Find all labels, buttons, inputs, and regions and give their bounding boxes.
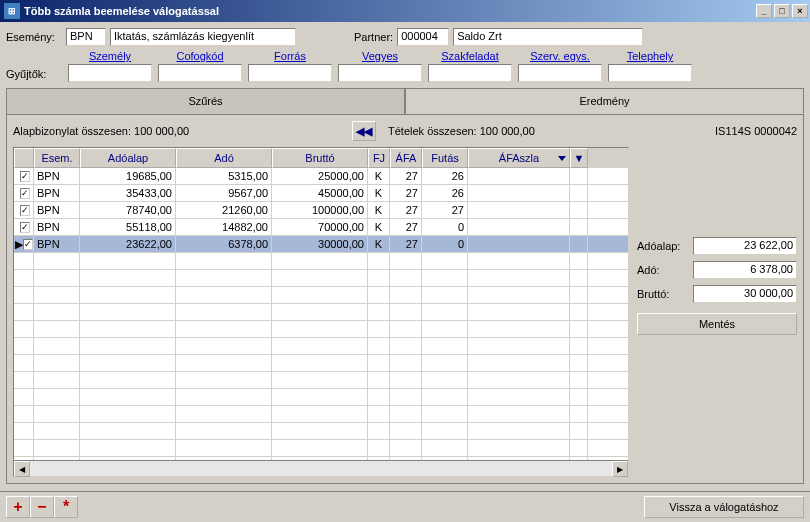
table-row[interactable] xyxy=(14,389,628,406)
table-row[interactable]: ✓BPN19685,005315,0025000,00K2726 xyxy=(14,168,628,185)
col-szemely[interactable]: Személy xyxy=(68,50,152,62)
scroll-right-button[interactable]: ▶ xyxy=(612,461,628,477)
input-forras[interactable] xyxy=(248,64,332,82)
cell-afa: 27 xyxy=(390,168,422,184)
esemeny-code-input[interactable]: BPN xyxy=(66,28,106,46)
th-fj[interactable]: FJ xyxy=(368,148,390,168)
table-row[interactable]: ✓BPN78740,0021260,00100000,00K2727 xyxy=(14,202,628,219)
cell-fj: K xyxy=(368,168,390,184)
scroll-left-button[interactable]: ◀ xyxy=(14,461,30,477)
table-row[interactable] xyxy=(14,338,628,355)
table-header-row: Esem. Adóalap Adó Bruttó FJ ÁFA Futás ÁF… xyxy=(14,148,628,168)
partner-code-input[interactable]: 000004 xyxy=(397,28,449,46)
table-row[interactable] xyxy=(14,270,628,287)
table-row[interactable] xyxy=(14,304,628,321)
table-row[interactable] xyxy=(14,457,628,460)
scroll-track[interactable] xyxy=(30,461,612,476)
th-afaszla[interactable]: ÁFAszla xyxy=(468,148,570,168)
table-row[interactable] xyxy=(14,321,628,338)
cell-esem: BPN xyxy=(34,168,80,184)
th-afa[interactable]: ÁFA xyxy=(390,148,422,168)
tetel-total-label: Tételek összesen: 100 000,00 xyxy=(388,125,715,137)
tab-szures[interactable]: Szűrés xyxy=(6,88,405,114)
cell-adoalap: 78740,00 xyxy=(80,202,176,218)
th-adoalap[interactable]: Adóalap xyxy=(80,148,176,168)
input-szervegys[interactable] xyxy=(518,64,602,82)
row-checkbox[interactable]: ✓ xyxy=(20,222,30,233)
partner-name-input[interactable]: Saldo Zrt xyxy=(453,28,643,46)
table-row[interactable] xyxy=(14,440,628,457)
esemeny-label: Esemény: xyxy=(6,31,62,43)
col-forras[interactable]: Forrás xyxy=(248,50,332,62)
col-telephely[interactable]: Telephely xyxy=(608,50,692,62)
th-checkbox[interactable] xyxy=(14,148,34,168)
cell-esem: BPN xyxy=(34,236,80,252)
row-checkbox[interactable]: ✓ xyxy=(23,239,33,250)
cell-afaszla xyxy=(468,236,570,252)
maximize-button[interactable]: □ xyxy=(774,4,790,18)
th-dropdown[interactable]: ▼ xyxy=(570,148,588,168)
input-vegyes[interactable] xyxy=(338,64,422,82)
save-button[interactable]: Mentés xyxy=(637,313,797,335)
th-futas[interactable]: Futás xyxy=(422,148,468,168)
th-esem[interactable]: Esem. xyxy=(34,148,80,168)
cell-futas: 26 xyxy=(422,168,468,184)
side-adoalap-input[interactable]: 23 622,00 xyxy=(693,237,797,255)
side-brutto-label: Bruttó: xyxy=(637,288,689,300)
cell-afa: 27 xyxy=(390,219,422,235)
cell-afaszla xyxy=(468,168,570,184)
cell-brutto: 30000,00 xyxy=(272,236,368,252)
side-brutto-input[interactable]: 30 000,00 xyxy=(693,285,797,303)
cell-afaszla xyxy=(468,219,570,235)
table-row[interactable] xyxy=(14,406,628,423)
th-brutto[interactable]: Bruttó xyxy=(272,148,368,168)
table-row[interactable]: ✓BPN35433,009567,0045000,00K2726 xyxy=(14,185,628,202)
table-row[interactable] xyxy=(14,253,628,270)
cell-ado: 9567,00 xyxy=(176,185,272,201)
side-adoalap-label: Adóalap: xyxy=(637,240,689,252)
partner-label: Partner: xyxy=(354,31,393,43)
esemeny-text-input[interactable]: Iktatás, számlázás kiegyenlít xyxy=(110,28,296,46)
input-szemely[interactable] xyxy=(68,64,152,82)
result-panel: Alapbizonylat összesen: 100 000,00 ◀◀ Té… xyxy=(6,114,804,484)
table-row[interactable] xyxy=(14,355,628,372)
table-body[interactable]: ✓BPN19685,005315,0025000,00K2726✓BPN3543… xyxy=(14,168,628,460)
col-szervegys[interactable]: Szerv. egys. xyxy=(518,50,602,62)
col-vegyes[interactable]: Vegyes xyxy=(338,50,422,62)
remove-row-button[interactable]: − xyxy=(30,496,54,518)
col-szakfeladat[interactable]: Szakfeladat xyxy=(428,50,512,62)
side-ado-input[interactable]: 6 378,00 xyxy=(693,261,797,279)
col-cofogkod[interactable]: Cofogkód xyxy=(158,50,242,62)
table-row[interactable] xyxy=(14,423,628,440)
row-checkbox[interactable]: ✓ xyxy=(20,188,30,199)
cell-fj: K xyxy=(368,185,390,201)
cell-futas: 0 xyxy=(422,219,468,235)
cell-brutto: 100000,00 xyxy=(272,202,368,218)
table-row[interactable]: ▶✓BPN23622,006378,0030000,00K270 xyxy=(14,236,628,253)
tab-eredmeny[interactable]: Eredmény xyxy=(405,88,804,114)
input-cofogkod[interactable] xyxy=(158,64,242,82)
horizontal-scrollbar[interactable]: ◀ ▶ xyxy=(14,460,628,476)
star-button[interactable]: * xyxy=(54,496,78,518)
row-checkbox[interactable]: ✓ xyxy=(20,205,30,216)
cell-futas: 27 xyxy=(422,202,468,218)
input-szakfeladat[interactable] xyxy=(428,64,512,82)
cell-esem: BPN xyxy=(34,219,80,235)
table-row[interactable]: ✓BPN55118,0014882,0070000,00K270 xyxy=(14,219,628,236)
cell-fj: K xyxy=(368,202,390,218)
data-table: Esem. Adóalap Adó Bruttó FJ ÁFA Futás ÁF… xyxy=(13,147,629,477)
row-checkbox[interactable]: ✓ xyxy=(20,171,30,182)
input-telephely[interactable] xyxy=(608,64,692,82)
th-ado[interactable]: Adó xyxy=(176,148,272,168)
table-row[interactable] xyxy=(14,287,628,304)
table-row[interactable] xyxy=(14,372,628,389)
cell-adoalap: 23622,00 xyxy=(80,236,176,252)
add-row-button[interactable]: + xyxy=(6,496,30,518)
cell-brutto: 45000,00 xyxy=(272,185,368,201)
cell-ado: 14882,00 xyxy=(176,219,272,235)
nav-prev-button[interactable]: ◀◀ xyxy=(352,121,376,141)
back-button[interactable]: Vissza a válogatáshoz xyxy=(644,496,804,518)
close-button[interactable]: × xyxy=(792,4,808,18)
minimize-button[interactable]: _ xyxy=(756,4,772,18)
cell-fj: K xyxy=(368,236,390,252)
